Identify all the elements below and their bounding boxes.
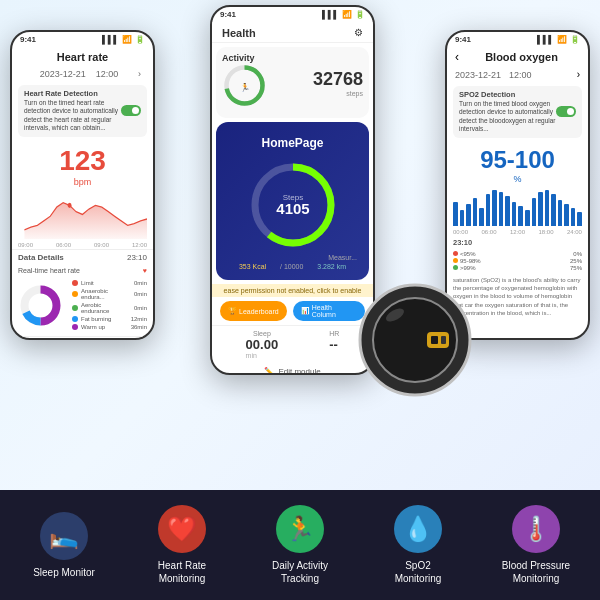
sleep-value: 00.00 <box>246 337 279 352</box>
battery-icon: 🔋 <box>135 35 145 44</box>
heart-rate-date: 2023-12-21 12:00 › <box>12 67 153 81</box>
sleep-hr-row: Sleep 00.00 min HR -- <box>212 325 373 363</box>
hrd-text: Heart Rate Detection Turn on the timed h… <box>24 89 121 133</box>
heartrate-label: Heart RateMonitoring <box>158 559 206 585</box>
sleep-icon-circle: 🛌 <box>40 512 88 560</box>
donut-section: Limit0min Anaerobic endura...0min Aerobi… <box>12 276 153 336</box>
permission-text: ease permission not enabled, click to en… <box>224 287 362 294</box>
signal-icon: ▌▌▌ <box>102 35 119 44</box>
bottom-disclaimer: Heart rate is the frequency of the heart… <box>12 336 153 339</box>
distance-stat: 3.282 km <box>317 263 346 270</box>
activity-label-bar: Daily ActivityTracking <box>272 559 328 585</box>
wifi-right: 📶 <box>557 35 567 44</box>
bo-bar-chart <box>453 186 582 226</box>
bo-chart-labels: 00:0006:0012:0018:0024:00 <box>447 228 588 236</box>
feature-activity: 🏃 Daily ActivityTracking <box>241 505 359 585</box>
spo2-icon: 💧 <box>403 515 433 543</box>
bp-label-bar: Blood PressureMonitoring <box>502 559 570 585</box>
activity-icon-circle: 🏃 <box>276 505 324 553</box>
smart-ring <box>355 280 475 400</box>
sleep-icon: 🛌 <box>49 522 79 550</box>
settings-icon[interactable]: ⚙ <box>354 27 363 39</box>
activity-section[interactable]: Activity 🏃 32768 steps <box>216 47 369 118</box>
hrd-toggle[interactable] <box>121 105 141 116</box>
chart-labels: 09:0006:0009:0012:00 <box>12 241 153 249</box>
spo2-label-bar: SpO2Monitoring <box>395 559 442 585</box>
activity-label: Activity 🏃 <box>222 53 267 112</box>
bo-unit: % <box>447 174 588 184</box>
donut-chart <box>18 283 63 328</box>
bo-legend: <95%0% 95-98%25% >99%75% <box>447 249 588 274</box>
heart-icon: ♥ <box>143 267 147 274</box>
feature-spo2: 💧 SpO2Monitoring <box>359 505 477 585</box>
heart-rate-title: Heart rate <box>12 47 153 67</box>
time-right: 9:41 <box>455 35 471 44</box>
action-buttons: 🏆 Leaderboard 📊 Health Column <box>212 297 373 325</box>
feature-sleep: 🛌 Sleep Monitor <box>5 512 123 579</box>
time-val-left: 12:00 <box>96 69 119 79</box>
edit-icon: ✏️ <box>264 367 274 373</box>
bo-date-row: 2023-12-21 12:00 › <box>447 67 588 82</box>
data-time: 23:10 <box>127 253 147 262</box>
back-icon-right[interactable]: ‹ <box>455 50 459 64</box>
spo2-detection-box: SPO2 Detection Turn on the timed blood o… <box>453 86 582 138</box>
phone-center: 9:41 ▌▌▌ 📶 🔋 Health ⚙ Activity <box>210 5 375 375</box>
chevron-right-bo[interactable]: › <box>577 69 580 80</box>
bo-value: 95-100 <box>447 142 588 174</box>
bo-date: 2023-12-21 <box>455 70 501 80</box>
hrd-desc: Turn on the timed heart rate detection d… <box>24 99 121 133</box>
signal-right: ▌▌▌ <box>537 35 554 44</box>
sleep-unit: min <box>246 352 279 359</box>
svg-text:4105: 4105 <box>276 200 309 217</box>
heart-chart <box>18 189 147 239</box>
heart-chart-svg <box>18 189 147 239</box>
status-bar-right: 9:41 ▌▌▌ 📶 🔋 <box>447 32 588 47</box>
sleep-label: Sleep <box>246 330 279 337</box>
hrd-label: Heart Rate Detection <box>24 89 121 99</box>
hr-value-center: -- <box>329 337 339 352</box>
hr-number: 123 <box>12 141 153 177</box>
battery-right: 🔋 <box>570 35 580 44</box>
feature-heartrate: ❤️ Heart RateMonitoring <box>123 505 241 585</box>
phone-left: 9:41 ▌▌▌ 📶 🔋 Heart rate 2023-12-21 12:00… <box>10 30 155 340</box>
status-icons-left: ▌▌▌ 📶 🔋 <box>102 35 145 44</box>
heart-rate-screen: 9:41 ▌▌▌ 📶 🔋 Heart rate 2023-12-21 12:00… <box>12 32 153 338</box>
spo2-text: SPO2 Detection Turn on the timed blood o… <box>459 90 556 134</box>
spo2-toggle[interactable] <box>556 106 576 117</box>
edit-label: Edit module <box>278 367 320 373</box>
measure-label[interactable]: Measur... <box>228 254 357 261</box>
bp-icon: 🌡️ <box>521 515 551 543</box>
time-left: 9:41 <box>20 35 36 44</box>
status-bar-center: 9:41 ▌▌▌ 📶 🔋 <box>212 7 373 22</box>
realtime-row: Real-time heart rate ♥ <box>12 265 153 276</box>
steps-ring-container: Steps 4105 <box>248 160 338 250</box>
health-icon: 📊 <box>301 307 310 315</box>
data-details-label: Data Details 23:10 <box>12 249 153 265</box>
leaderboard-btn[interactable]: 🏆 Leaderboard <box>220 301 287 321</box>
wifi-icon: 📶 <box>122 35 132 44</box>
edit-module[interactable]: ✏️ Edit module <box>212 363 373 373</box>
bo-time-label: 23:10 <box>447 236 588 249</box>
signal-center: ▌▌▌ <box>322 10 339 19</box>
heartrate-icon-circle: ❤️ <box>158 505 206 553</box>
bp-icon-circle: 🌡️ <box>512 505 560 553</box>
leaderboard-label: Leaderboard <box>239 308 279 315</box>
battery-center: 🔋 <box>355 10 365 19</box>
chevron-icon[interactable]: › <box>138 69 141 79</box>
hr-unit: bpm <box>12 177 153 187</box>
hr-label-center: HR <box>329 330 339 337</box>
time-center: 9:41 <box>220 10 236 19</box>
spo2-label: SPO2 Detection <box>459 90 556 100</box>
features-bar: 🛌 Sleep Monitor ❤️ Heart RateMonitoring … <box>0 490 600 600</box>
stats-row: 353 Kcal / 10000 3.282 km <box>224 261 361 272</box>
permission-bar[interactable]: ease permission not enabled, click to en… <box>212 284 373 297</box>
homepage-label: HomePage <box>224 130 361 156</box>
activity-ring-svg: 🏃 <box>222 63 267 108</box>
home-screen: 9:41 ▌▌▌ 📶 🔋 Health ⚙ Activity <box>212 7 373 373</box>
sleep-col: Sleep 00.00 min <box>246 330 279 359</box>
sleep-label: Sleep Monitor <box>33 566 95 579</box>
health-header: Health ⚙ <box>212 22 373 43</box>
sensor-lens1 <box>431 336 438 344</box>
goal-stat: / 10000 <box>280 263 303 270</box>
date-left: 2023-12-21 <box>40 69 86 79</box>
